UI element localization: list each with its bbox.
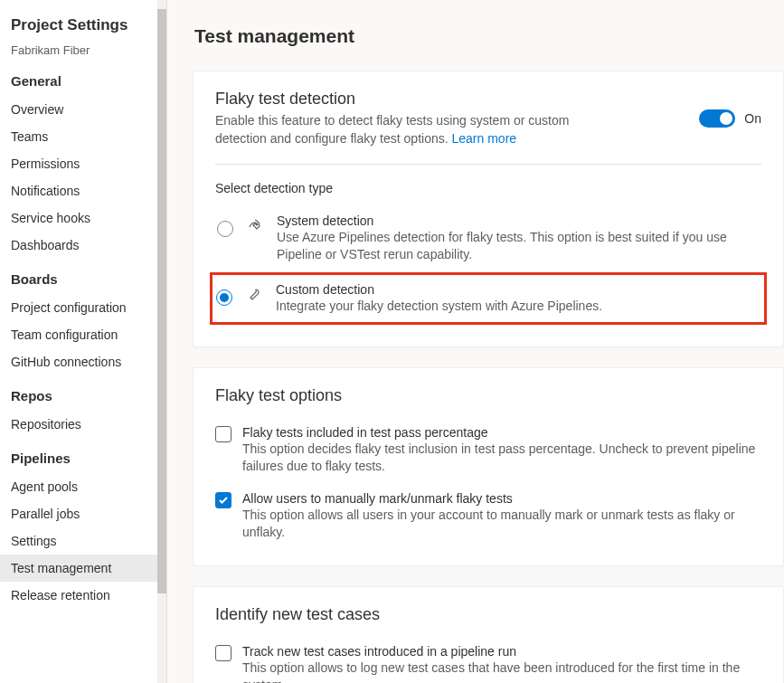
track-title: Track new test cases introduced in a pip… [242, 644, 761, 659]
learn-more-link[interactable]: Learn more [452, 131, 517, 146]
sidebar-item-dashboards[interactable]: Dashboards [0, 232, 166, 259]
select-detection-label: Select detection type [215, 181, 761, 195]
sidebar-item-parallel-jobs[interactable]: Parallel jobs [0, 500, 166, 527]
section-heading-general: General [11, 73, 166, 89]
flaky-toggle-wrap: On [699, 109, 761, 128]
section-heading-repos: Repos [11, 388, 166, 403]
sidebar-item-github-connections[interactable]: GitHub connections [0, 348, 166, 375]
flaky-title: Flaky test detection [215, 90, 604, 109]
checkbox-manual-mark[interactable] [215, 492, 231, 508]
identify-card: Identify new test cases Track new test c… [193, 586, 784, 683]
divider [215, 164, 761, 165]
section-heading-boards: Boards [11, 271, 166, 287]
opt2-title: Allow users to manually mark/unmark flak… [242, 491, 761, 506]
sidebar-item-repositories[interactable]: Repositories [0, 411, 166, 438]
option-include-pass-pct: Flaky tests included in test pass percen… [215, 425, 761, 475]
section-heading-pipelines: Pipelines [11, 451, 166, 466]
sidebar-item-agent-pools[interactable]: Agent pools [0, 473, 166, 500]
sidebar-item-service-hooks[interactable]: Service hooks [0, 204, 166, 232]
sidebar-item-team-configuration[interactable]: Team configuration [0, 321, 166, 348]
sidebar-item-release-retention[interactable]: Release retention [0, 582, 166, 609]
checkbox-include-pass-pct[interactable] [215, 426, 231, 442]
system-detection-title: System detection [277, 213, 760, 228]
custom-detection-desc: Integrate your flaky detection system wi… [276, 298, 759, 315]
page-title: Test management [193, 25, 784, 47]
option-track-new: Track new test cases introduced in a pip… [215, 644, 761, 683]
flaky-options-card: Flaky test options Flaky tests included … [193, 367, 784, 567]
identify-title: Identify new test cases [215, 605, 761, 624]
main-content: Test management Flaky test detection Ena… [167, 0, 784, 683]
custom-detection-title: Custom detection [276, 282, 759, 297]
detection-option-custom[interactable]: Custom detection Integrate your flaky de… [210, 272, 767, 325]
svg-point-0 [256, 223, 258, 225]
track-desc: This option allows to log new test cases… [242, 659, 761, 683]
detection-option-system[interactable]: System detection Use Azure Pipelines det… [215, 208, 761, 272]
wrench-icon [245, 288, 263, 302]
sidebar-item-project-configuration[interactable]: Project configuration [0, 294, 166, 321]
radio-custom[interactable] [216, 289, 232, 306]
scrollbar-thumb[interactable] [157, 9, 166, 593]
sidebar: Project Settings Fabrikam Fiber GeneralO… [0, 0, 167, 683]
flaky-detection-card: Flaky test detection Enable this feature… [193, 71, 784, 347]
flaky-toggle-label: On [744, 111, 761, 126]
sidebar-item-test-management[interactable]: Test management [0, 555, 166, 582]
flaky-desc: Enable this feature to detect flaky test… [215, 112, 604, 147]
radio-system[interactable] [217, 221, 233, 237]
project-name: Fabrikam Fiber [11, 43, 166, 57]
sidebar-item-overview[interactable]: Overview [0, 96, 166, 123]
sidebar-title: Project Settings [11, 16, 166, 34]
sidebar-item-permissions[interactable]: Permissions [0, 150, 166, 177]
sidebar-item-teams[interactable]: Teams [0, 123, 166, 150]
system-detection-desc: Use Azure Pipelines detection for flaky … [277, 229, 760, 263]
sidebar-item-settings[interactable]: Settings [0, 527, 166, 555]
sidebar-item-notifications[interactable]: Notifications [0, 177, 166, 204]
opt1-title: Flaky tests included in test pass percen… [242, 425, 761, 440]
rocket-icon [246, 219, 264, 233]
flaky-toggle[interactable] [699, 109, 735, 128]
opt2-desc: This option allows all users in your acc… [242, 507, 761, 541]
option-manual-mark: Allow users to manually mark/unmark flak… [215, 491, 761, 541]
checkbox-track-new[interactable] [215, 645, 231, 661]
flaky-options-title: Flaky test options [215, 386, 761, 405]
opt1-desc: This option decides flaky test inclusion… [242, 441, 761, 475]
